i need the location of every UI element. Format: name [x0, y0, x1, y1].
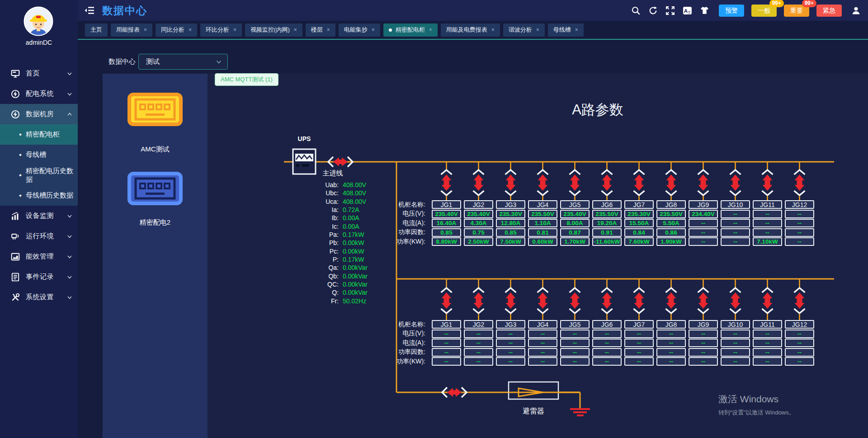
close-icon[interactable]: ×: [429, 27, 432, 33]
param-row: P:0.17kW: [271, 255, 368, 264]
voltage-cell: --: [785, 330, 814, 338]
tab-4[interactable]: 视频监控(内网)×: [245, 24, 302, 37]
device-cabinet-icon[interactable]: [127, 93, 183, 128]
tab-3[interactable]: 环比分析×: [200, 24, 242, 37]
param-value: 0.00kW: [343, 247, 364, 255]
sidebar-subitem-3[interactable]: •母线槽历史数据: [0, 185, 78, 206]
sidebar-subitem-2[interactable]: •精密配电历史数据: [0, 165, 78, 185]
alert-button-1[interactable]: 一般99+: [751, 5, 777, 17]
row-label: 电流(A):: [385, 219, 429, 227]
current-cell: --: [432, 339, 461, 347]
param-value: 0.00A: [343, 214, 359, 222]
tab-2[interactable]: 同比分析×: [156, 24, 197, 37]
group-button[interactable]: AMC MQTT测试 (1): [215, 73, 278, 86]
sidebar-item-3[interactable]: 设备监测: [0, 206, 78, 226]
fullscreen-icon[interactable]: [665, 6, 675, 15]
close-icon[interactable]: ×: [144, 27, 147, 33]
current-cell: --: [689, 339, 718, 347]
sidebar-subitem-1[interactable]: •母线槽: [0, 145, 78, 165]
pf-cell: --: [721, 228, 750, 237]
sidebar-item-1[interactable]: 配电系统: [0, 84, 78, 104]
cabinet-name-cell: JG12: [785, 320, 814, 329]
user-icon[interactable]: [851, 6, 861, 15]
cabinet-name-cell: JG6: [592, 320, 622, 329]
arrester-label: 避雷器: [502, 407, 565, 416]
cabinet-name-cell: JG12: [785, 200, 814, 209]
param-label: QC:: [271, 280, 339, 288]
close-icon[interactable]: ×: [372, 27, 375, 33]
sidebar-subitem-0[interactable]: •精密配电柜: [0, 124, 78, 145]
tab-6[interactable]: 电能集抄×: [339, 24, 380, 37]
tab-5[interactable]: 楼层×: [306, 24, 335, 37]
alert-button-2[interactable]: 重要99+: [784, 5, 809, 17]
power-cell: --: [560, 357, 590, 366]
close-icon[interactable]: ×: [536, 27, 539, 33]
current-cell: 12.80A: [496, 219, 525, 227]
close-icon[interactable]: ×: [491, 27, 495, 33]
sidebar-subitem-label: 精密配电历史数据: [26, 167, 78, 184]
one-line-diagram: AMC MQTT测试 (1) A路参数 UPS 主进线 Uab:408.00VU…: [208, 40, 868, 438]
tab-10[interactable]: 母线槽×: [548, 24, 584, 37]
content: 数据中心 测试 AMC测试精密配电2: [78, 40, 868, 438]
close-icon[interactable]: ×: [327, 27, 330, 33]
search-icon[interactable]: [631, 6, 641, 15]
row-label: 电压(V):: [385, 210, 429, 218]
close-icon[interactable]: ×: [575, 27, 578, 33]
pf-cell: 0.75: [464, 228, 493, 237]
device-panel: AMC测试精密配电2: [103, 74, 208, 438]
device-cabinet-icon[interactable]: [127, 172, 183, 207]
cabinet-name-cell: JG9: [689, 320, 718, 329]
row-label: 功率因数:: [385, 228, 429, 237]
alert-button-0[interactable]: 预警: [719, 5, 744, 17]
environment-icon: [11, 232, 20, 241]
close-icon[interactable]: ×: [233, 27, 236, 33]
pf-cell: --: [753, 228, 782, 237]
bullet-icon: •: [19, 171, 22, 179]
alert-button-3[interactable]: 紧急: [816, 5, 842, 17]
param-label: P:: [271, 255, 339, 264]
settings-icon: [11, 293, 20, 302]
sidebar-item-4[interactable]: 运行环境: [0, 226, 78, 246]
power-cell: --: [721, 237, 750, 246]
cabinet-table-top: 机柜名称:电压(V):电流(A):功率因数:功率(KW):JG1235.40V1…: [385, 200, 814, 246]
tab-8[interactable]: 用能及电费报表×: [441, 24, 500, 37]
pf-cell: --: [592, 348, 622, 357]
close-icon[interactable]: ×: [189, 27, 192, 33]
sidebar-subitem-label: 精密配电柜: [26, 130, 60, 139]
refresh-icon[interactable]: [648, 6, 658, 15]
param-value: 0.17kW: [343, 255, 364, 264]
pf-cell: --: [721, 348, 750, 357]
current-cell: --: [785, 339, 814, 347]
param-row: Fr:50.02Hz: [271, 297, 368, 305]
pf-cell: 0.85: [496, 228, 525, 237]
param-label: Q:: [271, 288, 339, 297]
sidebar-item-0[interactable]: 首页: [0, 63, 78, 84]
sidebar-item-2[interactable]: 数据机房: [0, 104, 78, 124]
main-feeder-params: Uab:408.00VUbc:408.00VUca:408.00VIa:0.72…: [271, 181, 368, 305]
tab-label: 环比分析: [206, 26, 229, 34]
sidebar-item-6[interactable]: 事件记录: [0, 267, 78, 287]
theme-shirt-icon[interactable]: [700, 6, 709, 15]
pf-cell: --: [464, 348, 493, 357]
param-row: Ia:0.72A: [271, 206, 368, 214]
tab-9[interactable]: 谐波分析×: [503, 24, 545, 37]
close-icon[interactable]: ×: [294, 27, 297, 33]
voltage-cell: --: [624, 330, 654, 338]
menu-collapse-icon[interactable]: [84, 6, 95, 15]
sidebar-item-7[interactable]: 系统设置: [0, 287, 78, 307]
row-label: 电流(A):: [385, 339, 429, 347]
tab-0[interactable]: 主页: [85, 24, 108, 37]
current-cell: 19.20A: [592, 219, 622, 227]
tab-1[interactable]: 用能报表×: [111, 24, 152, 37]
current-cell: --: [656, 339, 686, 347]
param-value: 0.00kW: [343, 239, 364, 247]
avatar[interactable]: [24, 6, 53, 36]
chevron-up-icon: [67, 112, 72, 117]
current-cell: --: [496, 339, 525, 347]
sidebar-subitem-label: 母线槽历史数据: [26, 191, 73, 200]
param-row: Ib:0.00A: [271, 214, 368, 222]
tabbar: 主页用能报表×同比分析×环比分析×视频监控(内网)×楼层×电能集抄×精密配电柜×…: [78, 21, 868, 40]
tab-7[interactable]: 精密配电柜×: [383, 24, 438, 37]
translate-icon[interactable]: A 文: [683, 6, 692, 15]
sidebar-item-5[interactable]: 能效管理: [0, 246, 78, 267]
